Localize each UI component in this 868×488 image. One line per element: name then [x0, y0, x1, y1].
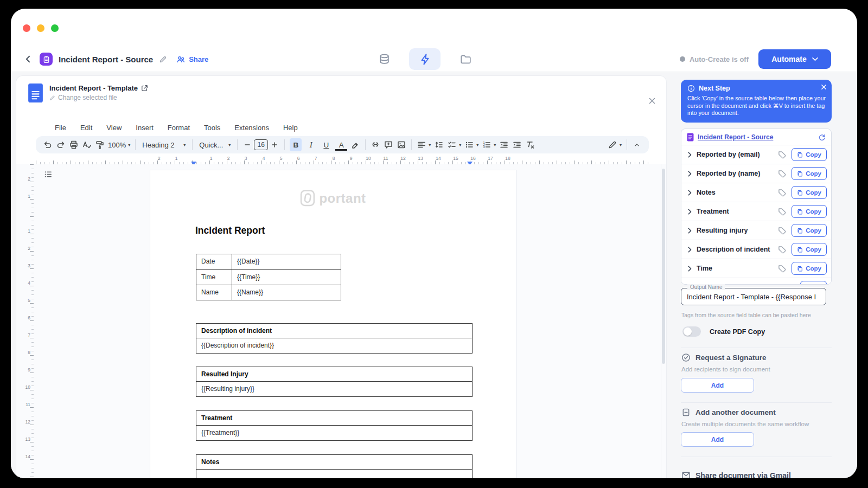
menu-view[interactable]: View	[106, 124, 122, 132]
decrease-font-size-button[interactable]	[241, 138, 254, 152]
document-page[interactable]: portant Incident Report Date {{Date}} Ti…	[150, 170, 516, 478]
source-field-row[interactable]: Time Copy	[681, 259, 831, 278]
ruler-number: 2	[158, 156, 161, 161]
menu-help[interactable]: Help	[283, 124, 298, 132]
copy-label: Copy	[806, 246, 821, 253]
source-field-row[interactable]: Description of incident Copy	[681, 240, 831, 259]
chevron-right-icon[interactable]	[688, 152, 692, 158]
checklist-button[interactable]: ▾	[445, 138, 463, 152]
bulleted-list-button[interactable]: ▾	[463, 138, 480, 152]
chevron-right-icon[interactable]	[688, 209, 692, 215]
tag-icon[interactable]	[778, 208, 786, 216]
bold-button[interactable]: B	[288, 138, 303, 152]
dismiss-banner-button[interactable]	[821, 84, 827, 92]
create-pdf-toggle[interactable]	[682, 326, 701, 337]
template-file-link[interactable]: Incident Report - Template	[49, 84, 148, 92]
refresh-icon[interactable]	[818, 133, 826, 141]
tag-icon[interactable]	[778, 246, 786, 254]
tag-icon[interactable]	[778, 151, 786, 159]
clear-formatting-icon	[525, 140, 535, 150]
copy-tag-button[interactable]: Copy	[792, 262, 827, 275]
copy-icon	[797, 171, 803, 177]
automate-button[interactable]: Automate	[758, 49, 831, 69]
redo-button[interactable]	[54, 138, 67, 152]
editing-mode-button[interactable]: ▾	[606, 138, 623, 152]
portant-logo: portant	[300, 190, 366, 207]
align-button[interactable]: ▾	[415, 138, 432, 152]
copy-tag-button[interactable]: Copy	[792, 243, 827, 256]
source-field-row[interactable]: Treatment Copy	[681, 202, 831, 221]
tag-icon[interactable]	[778, 189, 786, 197]
font-size-input[interactable]: 16	[254, 139, 268, 150]
copy-tag-button[interactable]: Copy	[792, 224, 827, 237]
paint-format-button[interactable]	[93, 138, 106, 152]
add-document-button[interactable]: Add	[681, 432, 754, 447]
vertical-ruler: 2 1 1 2 3 4 5 6 7 8 9 10 11 12 13 14	[26, 164, 34, 478]
collapse-toolbar-button[interactable]	[630, 138, 643, 152]
output-name-input[interactable]	[681, 288, 826, 305]
source-field-row[interactable]: Reported by (email) Copy	[681, 145, 831, 164]
font-select[interactable]: Quick...▾	[196, 138, 234, 152]
tag-icon[interactable]	[778, 170, 786, 178]
share-button[interactable]: Share	[176, 55, 208, 64]
menu-format[interactable]: Format	[168, 124, 190, 132]
add-comment-button[interactable]	[382, 138, 395, 152]
add-signature-button[interactable]: Add	[681, 378, 754, 393]
source-field-row[interactable]: Notes Copy	[681, 183, 831, 202]
source-field-row[interactable]: Resulting injury Copy	[681, 221, 831, 240]
print-button[interactable]	[67, 138, 80, 152]
change-selected-file-button[interactable]: Change selected file	[49, 94, 148, 101]
decrease-indent-button[interactable]	[497, 138, 510, 152]
menu-file[interactable]: File	[55, 124, 66, 132]
zoom-select[interactable]: 100%▾	[106, 138, 132, 152]
copy-tag-button[interactable]: Copy	[792, 167, 827, 180]
source-doc-icon	[687, 133, 694, 142]
clear-formatting-button[interactable]	[524, 138, 537, 152]
window-minimize-button[interactable]	[37, 24, 44, 32]
insert-image-button[interactable]	[395, 138, 408, 152]
copy-tag-button[interactable]: Copy	[792, 148, 827, 161]
menu-extensions[interactable]: Extensions	[234, 124, 269, 132]
chevron-right-icon[interactable]	[688, 190, 692, 196]
back-button[interactable]	[23, 48, 34, 70]
copy-icon	[797, 152, 803, 158]
paragraph-style-select[interactable]: Heading 2▾	[139, 138, 189, 152]
close-document-panel-button[interactable]	[648, 97, 656, 107]
menu-insert[interactable]: Insert	[136, 124, 154, 132]
scrollbar-thumb[interactable]	[662, 169, 665, 364]
menu-edit[interactable]: Edit	[80, 124, 92, 132]
copy-tag-button[interactable]: Copy	[792, 205, 827, 218]
chevron-right-icon[interactable]	[688, 266, 692, 272]
numbered-list-button[interactable]: 123▾	[480, 138, 497, 152]
italic-button[interactable]: I	[303, 138, 318, 152]
line-spacing-button[interactable]	[432, 138, 445, 152]
workflow-tab-button[interactable]	[409, 48, 441, 70]
align-left-icon	[417, 140, 426, 150]
window-zoom-button[interactable]	[51, 24, 59, 32]
copy-tag-button[interactable]: Copy	[800, 281, 827, 285]
menu-tools[interactable]: Tools	[204, 124, 220, 132]
chevron-right-icon[interactable]	[688, 171, 692, 177]
bold-icon: B	[290, 138, 302, 151]
source-field-row[interactable]: Reported by (name) Copy	[681, 164, 831, 183]
data-source-tab-button[interactable]	[373, 48, 395, 70]
source-file-link[interactable]: Incident Report - Source	[698, 133, 773, 141]
spellcheck-button[interactable]	[80, 138, 93, 152]
documents-tab-button[interactable]	[455, 48, 476, 70]
chevron-right-icon[interactable]	[688, 247, 692, 253]
insert-link-button[interactable]	[369, 138, 382, 152]
increase-font-size-button[interactable]	[268, 138, 281, 152]
chevron-right-icon[interactable]	[688, 228, 692, 234]
show-outline-button[interactable]	[43, 170, 53, 181]
window-close-button[interactable]	[23, 24, 30, 32]
tag-icon[interactable]	[778, 265, 786, 273]
share-gmail-section[interactable]: Share document via Gmail	[681, 471, 791, 478]
edit-title-icon[interactable]	[159, 55, 167, 63]
underline-button[interactable]: U	[318, 138, 334, 152]
increase-indent-button[interactable]	[510, 138, 524, 152]
tag-icon[interactable]	[778, 227, 786, 235]
undo-button[interactable]	[41, 138, 54, 152]
highlight-color-button[interactable]	[349, 138, 362, 152]
text-color-button[interactable]: A	[334, 138, 349, 152]
copy-tag-button[interactable]: Copy	[792, 186, 827, 199]
